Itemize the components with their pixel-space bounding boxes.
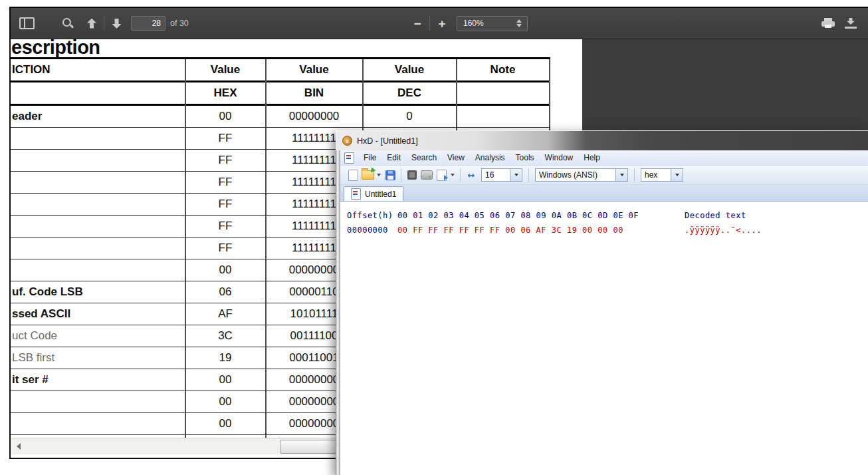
zoom-out-icon: − [413,17,421,30]
sidebar-toggle-button[interactable] [17,13,36,33]
menu-item-edit[interactable]: Edit [381,151,406,164]
bytes-per-row-value: 16 [482,170,510,180]
table-cell-label [12,391,183,412]
new-file-button[interactable] [346,167,360,183]
table-cell-label [12,259,183,281]
zoom-out-button[interactable]: − [408,13,427,33]
previous-page-button[interactable] [82,13,101,33]
zoom-in-button[interactable]: + [433,13,451,33]
table-cell-dec: 0 [364,106,455,127]
find-button[interactable] [58,13,77,33]
bytes-per-row-select[interactable]: 16 [481,168,522,182]
menu-item-window[interactable]: Window [540,151,579,164]
hxd-app-icon: x [342,136,352,146]
table-cell-label: ssed ASCII [12,303,183,325]
menu-item-tools[interactable]: Tools [510,151,540,164]
hxd-window: x HxD - [Untitled1] FileEditSearchViewAn… [336,130,868,475]
table-cell-hex: FF [186,128,265,149]
menu-item-help[interactable]: Help [578,151,605,164]
offset-base-value: hex [641,170,671,180]
next-page-button[interactable] [107,13,126,33]
toolbar-separator [460,168,461,182]
page-number-input[interactable] [131,16,165,31]
table-cell-label: uct Code [12,325,183,347]
dropdown-button[interactable] [671,169,683,181]
table-header-bin: BIN [267,86,362,100]
table-header-note: Note [457,63,548,77]
export-dropdown-icon[interactable] [451,174,455,176]
table-cell-hex: FF [186,150,265,171]
pdf-toolbar-left-group: of 30 [17,8,189,39]
printer-icon [821,18,835,29]
toolbar-separator [528,168,529,182]
table-cell-label [12,150,183,171]
disk-drive-icon [421,170,433,180]
table-cell-label [12,194,183,215]
hxd-tabbar: Untitled1 [340,185,868,202]
page-up-icon [87,19,97,29]
table-cell-hex: 00 [186,259,265,281]
toolbar-separator [401,168,401,182]
table-cell-hex: 00 [186,391,265,412]
hex-editor-area[interactable]: Offset(h) 00 01 02 03 04 05 06 07 08 09 … [340,202,868,475]
table-cell-hex: 19 [186,347,265,369]
chevron-down-icon [675,174,679,176]
toolbar-separator [634,168,635,182]
menu-items-container: FileEditSearchViewAnalysisToolsWindowHel… [358,151,605,164]
bytes-cell[interactable]: 00 FF FF FF FF FF FF 00 06 AF 3C 19 00 0… [397,223,685,238]
open-disk-button[interactable] [419,167,434,183]
hxd-toolbar: ↔ 16 Windows (ANSI) hex [340,166,868,185]
table-cell-hex: 00 [186,106,265,127]
hxd-window-title: HxD - [Untitled1] [357,136,418,146]
bytes-per-row-icon: ↔ [468,171,475,180]
document-icon [351,188,361,200]
table-cell-hex: FF [186,216,265,237]
open-dropdown-icon[interactable] [377,174,381,176]
scroll-left-button[interactable] [11,438,26,454]
dropdown-button[interactable] [615,169,627,181]
print-button[interactable] [819,13,837,33]
menu-item-search[interactable]: Search [406,151,442,164]
table-cell-hex: AF [186,303,265,325]
table-border [11,80,550,82]
table-cell-label [12,238,183,259]
save-icon [385,170,395,180]
open-file-button[interactable] [360,167,375,183]
menu-item-view[interactable]: View [442,151,470,164]
export-button[interactable] [434,167,449,183]
page-count-label: of 30 [170,19,189,28]
zoom-level-value: 160% [463,19,484,28]
document-heading: escription [11,39,100,59]
menu-item-file[interactable]: File [358,151,381,164]
table-cell-hex: FF [186,194,265,215]
document-icon[interactable] [344,152,354,164]
zoom-level-select[interactable]: 160% [457,16,528,31]
table-cell-note [457,106,548,127]
menu-item-analysis[interactable]: Analysis [470,151,510,164]
toolbar-separator [429,16,430,31]
table-cell-label: it ser # [12,369,183,391]
table-cell-label [12,128,183,149]
download-button[interactable] [841,13,860,33]
offset-column-header: Offset(h) [347,208,397,223]
memory-chip-icon [407,170,417,180]
table-cell-hex: 00 [186,369,265,391]
table-border [11,57,550,59]
table-cell-label [12,413,183,434]
table-cell-hex: FF [186,238,265,259]
open-ram-button[interactable] [405,167,419,183]
offset-base-select[interactable]: hex [641,168,683,182]
toolbar-separator [104,16,104,31]
tab-untitled1[interactable]: Untitled1 [344,186,403,201]
decoded-text-cell[interactable]: .ÿÿÿÿÿÿ..¯<.... [685,223,868,238]
encoding-select[interactable]: Windows (ANSI) [535,168,628,182]
hxd-titlebar[interactable]: x HxD - [Untitled1] [336,130,868,150]
open-folder-icon [362,170,374,180]
save-button[interactable] [383,167,397,183]
pdf-toolbar-zoom-group: − + 160% [408,8,528,39]
dropdown-button[interactable] [510,169,522,181]
pdf-toolbar: of 30 − + 160% [11,8,868,39]
bytes-per-row-button[interactable]: ↔ [464,167,479,183]
table-cell-hex: 06 [186,281,265,303]
hex-column-header-row: Offset(h) 00 01 02 03 04 05 06 07 08 09 … [347,208,868,223]
